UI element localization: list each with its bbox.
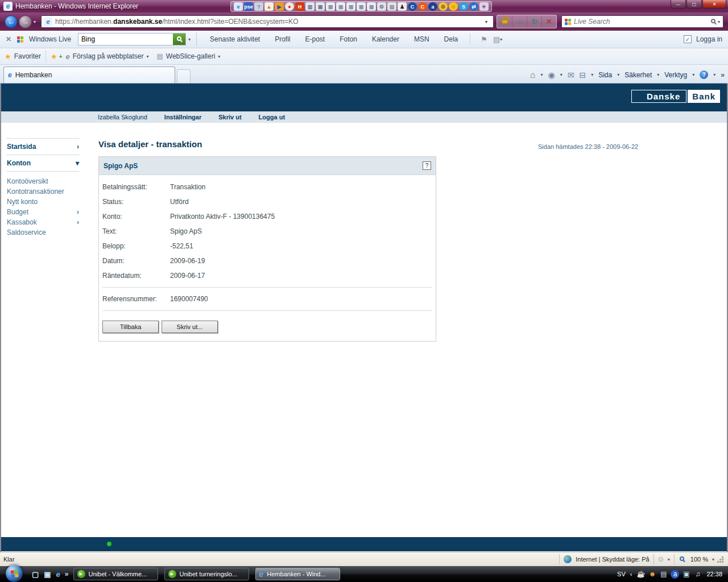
bing-search-box[interactable] — [78, 33, 186, 45]
compatibility-view-button[interactable]: ▱ — [512, 15, 527, 28]
taskbar-button[interactable]: eHembanken - Wind... — [255, 568, 340, 580]
folder-icon-4[interactable]: ▦ — [357, 2, 366, 11]
protected-mode-dropdown-icon[interactable]: ▾ — [668, 557, 670, 562]
folder-icon-5[interactable]: ▦ — [367, 2, 376, 11]
live-search-box[interactable]: ▾ — [561, 15, 723, 28]
sidebar-item-nytt-konto[interactable]: Nytt konto — [7, 197, 79, 207]
bing-search-button[interactable] — [173, 34, 185, 45]
network-icon[interactable]: ▣ — [682, 570, 690, 579]
home-dropdown-icon[interactable]: ▾ — [540, 72, 543, 77]
bell-icon[interactable]: ♟ — [398, 2, 407, 11]
clock[interactable]: 22:38 — [706, 571, 722, 577]
back-button[interactable]: Tillbaka — [102, 321, 159, 333]
question-icon[interactable]: ? — [254, 2, 263, 11]
folder-icon-2[interactable]: ▦ — [336, 2, 345, 11]
print-link[interactable]: Skriv ut — [218, 114, 241, 120]
live-toolbar-link[interactable]: MSN — [407, 35, 437, 43]
ie-dock-icon[interactable]: e — [234, 2, 243, 11]
webslice-dropdown-icon[interactable]: ▾ — [218, 54, 220, 59]
zoom-level[interactable]: 100 % — [690, 556, 708, 563]
suggested-sites-button[interactable]: Förslag på webbplatser — [73, 52, 144, 60]
favorites-star-icon[interactable]: ★ — [5, 52, 11, 61]
menu-page[interactable]: Sida — [598, 71, 612, 79]
overflow-chevron-icon[interactable]: » — [721, 71, 725, 79]
address-dropdown-icon[interactable]: ▾ — [482, 19, 491, 24]
live-toolbar-link[interactable]: Profil — [267, 35, 297, 43]
settings-link[interactable]: Inställningar — [164, 114, 201, 120]
panel-help-icon[interactable]: ? — [423, 161, 431, 170]
sidebar-item-startsida[interactable]: Startsida › — [7, 138, 79, 155]
search-icon[interactable] — [711, 19, 715, 23]
show-desktop-icon[interactable]: ▢ — [32, 570, 39, 579]
live-toolbar-link[interactable]: Foton — [332, 35, 365, 43]
security-dropdown-icon[interactable]: ▾ — [657, 72, 659, 77]
feed-dropdown-icon[interactable]: ▾ — [560, 72, 562, 77]
archive-icon[interactable]: ▨ — [387, 2, 396, 11]
screen-icon[interactable]: ▥ — [305, 2, 315, 11]
menu-tools[interactable]: Verktyg — [664, 71, 687, 79]
share-map-icon[interactable]: ⚑ — [481, 35, 487, 44]
zoom-icon[interactable] — [680, 556, 684, 561]
quick-launch-overflow-icon[interactable]: » — [65, 570, 69, 578]
tools-dropdown-icon[interactable]: ▾ — [692, 72, 694, 77]
login-link[interactable]: Logga in — [696, 35, 722, 43]
language-indicator[interactable]: SV — [617, 571, 626, 577]
tools-icon[interactable]: ⚙ — [377, 2, 386, 11]
logout-link[interactable]: Logga ut — [259, 114, 285, 120]
teamviewer-icon[interactable]: ⇄ — [469, 2, 478, 11]
print-dropdown-icon[interactable]: ▾ — [591, 72, 593, 77]
add-favorite-star-icon[interactable]: ★ — [51, 52, 57, 61]
ie-quick-launch-icon[interactable]: e — [56, 570, 60, 579]
refresh-button[interactable]: ↻ — [527, 15, 541, 28]
restore-button[interactable]: ▢ — [686, 0, 702, 9]
bing-search-input[interactable] — [81, 35, 173, 43]
smiley-icon[interactable]: ☺ — [449, 2, 458, 11]
start-button[interactable] — [6, 565, 23, 582]
favorites-button[interactable]: Favoriter — [14, 52, 41, 60]
folder-icon-1[interactable]: ▦ — [326, 2, 335, 11]
bing-dropdown-icon[interactable]: ▾ — [188, 37, 191, 42]
toolbar-close-icon[interactable]: ✕ — [6, 35, 11, 43]
address-bar[interactable]: e https://hembanken.danskebank.se/html/i… — [41, 15, 494, 28]
minimize-button[interactable]: — — [671, 0, 686, 9]
viewer-icon[interactable]: ▣ — [316, 2, 325, 11]
opera-icon[interactable]: ● — [285, 2, 294, 11]
java-icon[interactable]: ☕ — [636, 570, 645, 579]
taskbar-button[interactable]: ▶Unibet turneringslo... — [164, 568, 249, 580]
photos-icon[interactable]: ▤ — [493, 35, 500, 44]
close-button[interactable]: ✕ — [702, 0, 726, 9]
live-toolbar-link[interactable]: Senaste aktivitet — [202, 35, 267, 43]
print-button[interactable]: Skriv ut... — [162, 321, 218, 333]
forward-button[interactable]: → — [19, 15, 32, 28]
live-toolbar-link[interactable]: E-post — [298, 35, 333, 43]
tab-hembanken[interactable]: e Hembanken — [3, 66, 175, 83]
zoom-dropdown-icon[interactable]: ▾ — [712, 557, 714, 562]
stop-button[interactable]: ✕ — [541, 15, 556, 28]
gear-yellow-icon[interactable]: ⚙ — [439, 2, 448, 11]
certificate-icon[interactable]: ▤ — [659, 570, 668, 579]
live-toolbar-link[interactable]: Kalender — [365, 35, 407, 43]
photos-dropdown-icon[interactable]: ▾ — [500, 37, 502, 42]
print-icon[interactable]: ⊟ — [579, 70, 586, 80]
pin-icon[interactable]: ✈ — [479, 2, 489, 11]
sidebar-item-saldoservice[interactable]: Saldoservice — [7, 227, 79, 238]
feed-icon[interactable]: ◉ — [548, 70, 555, 80]
taskbar-button[interactable]: ▶Unibet - Välkomme... — [73, 568, 158, 580]
c-blue-icon[interactable]: C — [408, 2, 417, 11]
a-blue-icon[interactable]: a — [428, 2, 437, 11]
media-play-icon[interactable]: ▶ — [275, 2, 284, 11]
protected-mode-icon[interactable]: ⊙ — [658, 555, 664, 563]
back-button[interactable]: ← — [5, 15, 18, 28]
switch-windows-icon[interactable]: ▣ — [44, 570, 51, 579]
sidebar-item-kassabok[interactable]: Kassabok› — [7, 217, 79, 227]
suggested-sites-dropdown-icon[interactable]: ▾ — [146, 54, 148, 59]
live-toolbar-link[interactable]: Dela — [437, 35, 466, 43]
home-icon[interactable]: ⌂ — [530, 70, 535, 80]
help-dropdown-icon[interactable]: ▾ — [713, 72, 715, 77]
help-icon[interactable]: ? — [700, 70, 708, 79]
menu-security[interactable]: Säkerhet — [624, 71, 652, 79]
security-lock-icon[interactable] — [497, 15, 512, 28]
sidebar-item-konto-versikt[interactable]: Kontoöversikt — [7, 176, 79, 186]
c-red-icon[interactable]: C — [418, 2, 427, 11]
messenger-icon[interactable]: ☻ — [648, 570, 656, 579]
